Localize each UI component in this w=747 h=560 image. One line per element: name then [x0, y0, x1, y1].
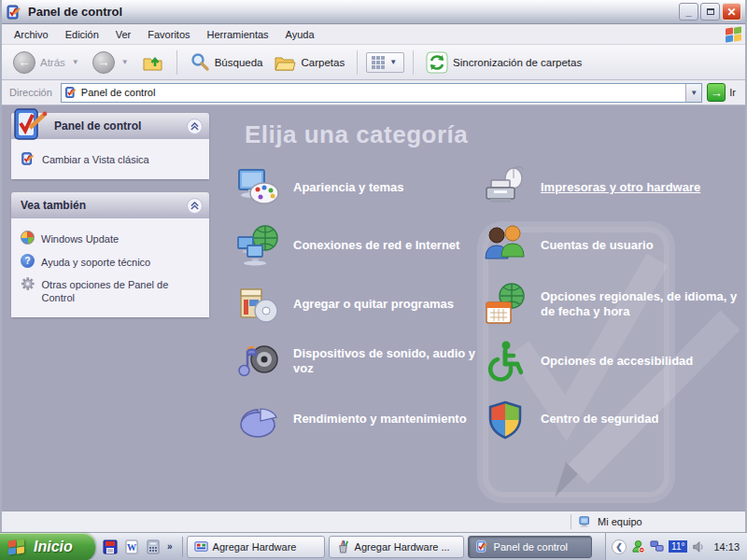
sidebar-item-other-options[interactable]: Otras opciones de Panel de Control: [19, 273, 202, 309]
menu-ayuda[interactable]: Ayuda: [277, 26, 323, 43]
network-internet-icon: [235, 223, 280, 268]
folders-icon: [274, 52, 296, 73]
start-label: Inicio: [34, 539, 73, 555]
folder-sync-button[interactable]: Sincronización de carpetas: [422, 51, 585, 74]
category-performance[interactable]: Rendimiento y mantenimiento: [235, 397, 467, 441]
up-button[interactable]: [138, 52, 168, 73]
close-button[interactable]: ✕: [722, 3, 741, 21]
category-label: Apariencia y temas: [293, 180, 404, 195]
category-network-internet[interactable]: Conexiones de red e Internet: [235, 223, 459, 268]
windows-logo-icon: [725, 26, 743, 43]
views-grid-icon: [372, 56, 385, 69]
category-accessibility[interactable]: Opciones de accesibilidad: [483, 339, 693, 384]
messenger-icon[interactable]: [631, 539, 645, 553]
menu-edicion[interactable]: Edición: [57, 26, 107, 43]
back-button[interactable]: ← Atrás ▼: [9, 51, 85, 74]
back-arrow-icon: ←: [13, 51, 35, 74]
taskbar: Inicio W »: [0, 532, 747, 560]
forward-button[interactable]: → ▼: [89, 51, 134, 74]
sidebar: Panel de control: [11, 113, 209, 330]
restore-button[interactable]: [700, 3, 720, 21]
statusbar-zone: Mi equipo: [571, 515, 745, 528]
back-label: Atrás: [40, 57, 65, 68]
panel-header[interactable]: Vea también: [11, 192, 209, 218]
collapse-chevron-icon[interactable]: [187, 198, 203, 214]
category-printers-hardware[interactable]: Impresoras y otro hardware: [483, 165, 700, 210]
start-button[interactable]: Inicio: [0, 533, 95, 560]
calculator-icon[interactable]: [146, 539, 161, 554]
search-icon: [190, 52, 210, 73]
sidebar-item-label: Otras opciones de Panel de Control: [42, 276, 200, 305]
category-security-center[interactable]: Centro de seguridad: [483, 397, 658, 441]
sounds-audio-icon: [235, 339, 280, 384]
temperature-tray-badge[interactable]: 11°: [669, 540, 687, 553]
category-sounds-audio[interactable]: Dispositivos de sonido, audio y voz: [235, 339, 497, 384]
system-tray: ❮ 11° 14:13: [605, 533, 747, 560]
windows-update-icon: [21, 231, 35, 245]
security-center-icon: [483, 397, 528, 441]
menu-ver[interactable]: Ver: [107, 26, 140, 43]
taskbar-button-agregar-hardware[interactable]: Agregar Hardware: [187, 536, 325, 558]
network-icon[interactable]: [650, 539, 664, 553]
menubar: Archivo Edición Ver Favoritos Herramient…: [2, 24, 745, 45]
floppy-disk-icon[interactable]: [103, 539, 118, 554]
clock[interactable]: 14:13: [713, 541, 740, 553]
addressbar: Dirección Panel de control ▼ → Ir: [2, 80, 745, 105]
category-label: Agregar o quitar programas: [293, 297, 454, 312]
category-label: Dispositivos de sonido, audio y voz: [293, 346, 497, 377]
folders-button[interactable]: Carpetas: [270, 52, 348, 73]
search-button[interactable]: Búsqueda: [186, 52, 267, 73]
panel-title: Panel de control: [54, 119, 187, 133]
sidebar-item-help[interactable]: ? Ayuda y soporte técnico: [19, 250, 202, 273]
category-label: Rendimiento y mantenimiento: [293, 412, 467, 427]
sync-label: Sincronización de carpetas: [453, 57, 582, 68]
word-icon[interactable]: W: [124, 539, 139, 554]
content-area: Panel de control: [2, 105, 745, 511]
category-label: Opciones de accesibilidad: [541, 354, 693, 369]
go-label: Ir: [729, 87, 736, 98]
address-value: Panel de control: [81, 87, 685, 98]
volume-icon[interactable]: [692, 540, 705, 553]
sidebar-item-label: Cambiar a Vista clásica: [42, 151, 149, 166]
sidebar-item-classic-view[interactable]: Cambiar a Vista clásica: [19, 147, 202, 170]
category-label: Impresoras y otro hardware: [541, 180, 700, 195]
go-button[interactable]: →: [707, 83, 726, 102]
control-panel-icon: [475, 539, 489, 553]
category-label: Opciones regionales, de idioma, y de fec…: [541, 289, 744, 320]
forward-dropdown-icon[interactable]: ▼: [121, 58, 129, 66]
hardware-wizard-icon: [194, 539, 208, 553]
overflow-chevron-icon[interactable]: »: [167, 541, 173, 552]
appearance-themes-icon: [235, 165, 280, 210]
category-add-remove-programs[interactable]: Agregar o quitar programas: [235, 282, 454, 327]
minimize-button[interactable]: _: [679, 3, 698, 21]
category-user-accounts[interactable]: Cuentas de usuario: [483, 223, 654, 268]
menu-favoritos[interactable]: Favoritos: [139, 26, 198, 43]
taskbar-divider: [182, 537, 183, 557]
regional-options-icon: [483, 282, 528, 327]
sidebar-item-windows-update[interactable]: Windows Update: [19, 227, 202, 249]
back-dropdown-icon[interactable]: ▼: [72, 58, 79, 66]
taskbar-button-label: Agregar Hardware ...: [355, 541, 450, 553]
taskbar-button-panel-de-control[interactable]: Panel de control: [468, 536, 592, 558]
panel-title: Vea también: [21, 199, 187, 212]
taskbar-button-agregar-hardware-2[interactable]: Agregar Hardware ...: [329, 536, 464, 558]
views-button[interactable]: ▼: [366, 52, 404, 73]
menu-archivo[interactable]: Archivo: [6, 26, 57, 43]
panel-header[interactable]: Panel de control: [11, 113, 209, 139]
user-accounts-icon: [483, 223, 528, 268]
control-panel-icon: [11, 105, 49, 145]
titlebar[interactable]: Panel de control _ ✕: [2, 0, 745, 24]
collapse-chevron-icon[interactable]: [187, 119, 203, 134]
folders-label: Carpetas: [301, 57, 345, 68]
category-appearance-themes[interactable]: Apariencia y temas: [235, 165, 404, 210]
taskbar-button-label: Agregar Hardware: [213, 541, 297, 553]
address-input[interactable]: Panel de control ▼: [61, 83, 702, 103]
address-dropdown-button[interactable]: ▼: [685, 84, 701, 102]
toolbar-separator: [176, 50, 177, 75]
collapse-chevron-icon[interactable]: ❮: [612, 539, 627, 554]
category-regional-options[interactable]: Opciones regionales, de idioma, y de fec…: [483, 282, 744, 327]
add-remove-programs-icon: [235, 282, 280, 327]
views-dropdown-icon: ▼: [389, 58, 397, 66]
menu-herramientas[interactable]: Herramientas: [199, 26, 277, 43]
control-panel-icon: [6, 4, 22, 21]
